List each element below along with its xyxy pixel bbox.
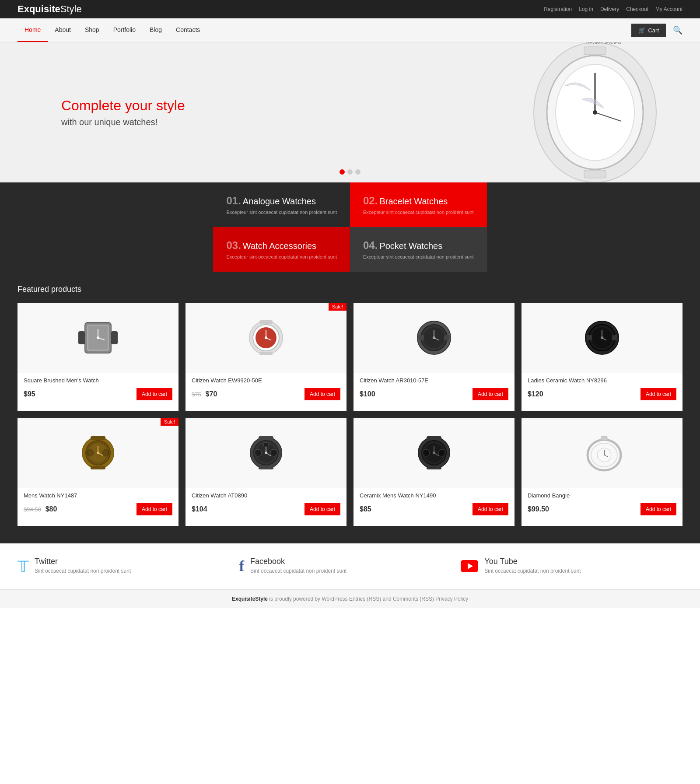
product-price-5: $80 xyxy=(46,505,57,513)
footer-link-entries[interactable]: Entries (RSS) xyxy=(349,596,381,602)
product-card-8: Diamond Bangle $99.50 Add to cart xyxy=(522,418,682,526)
add-to-cart-3[interactable]: Add to cart xyxy=(472,388,508,400)
social-bar: 𝕋 Twitter Sint occaecat cupidatat non pr… xyxy=(0,543,700,589)
svg-point-22 xyxy=(265,336,267,339)
product-image-6 xyxy=(186,418,346,488)
svg-point-49 xyxy=(87,449,94,456)
categories-grid: 01. Analogue Watches Excepteur sint occa… xyxy=(213,182,486,272)
top-link-login[interactable]: Log in xyxy=(579,6,593,12)
footer-text: ExquisiteStyle is proudly powered by Wor… xyxy=(232,596,468,602)
logo-bold: Exquisite xyxy=(18,4,60,14)
category-accessories[interactable]: 03. Watch Accessories Excepteur sint occ… xyxy=(213,227,350,272)
social-facebook: f Facebook Sint occaecat cupidatat non p… xyxy=(239,557,461,576)
cat-title-1: Analogue Watches xyxy=(243,196,316,206)
svg-rect-61 xyxy=(259,466,273,469)
add-to-cart-8[interactable]: Add to cart xyxy=(640,503,676,515)
svg-point-68 xyxy=(423,449,430,456)
cat-num-3: 03. xyxy=(226,239,241,252)
facebook-info: Facebook Sint occaecat cupidatat non pro… xyxy=(250,557,346,574)
add-to-cart-1[interactable]: Add to cart xyxy=(136,388,172,400)
svg-point-50 xyxy=(102,449,109,456)
cat-num-4: 04. xyxy=(363,239,378,252)
svg-rect-24 xyxy=(259,352,273,355)
top-link-delivery[interactable]: Delivery xyxy=(600,6,619,12)
svg-point-56 xyxy=(265,452,267,454)
nav-about[interactable]: About xyxy=(48,18,78,42)
nav-contacts[interactable]: Contacts xyxy=(169,18,207,42)
nav-home[interactable]: Home xyxy=(18,18,48,42)
add-to-cart-6[interactable]: Add to cart xyxy=(304,503,340,515)
product-price-row-3: $100 Add to cart xyxy=(354,386,514,404)
svg-rect-31 xyxy=(419,335,424,340)
search-icon[interactable]: 🔍 xyxy=(673,25,682,35)
svg-rect-8 xyxy=(584,170,606,178)
featured-title: Featured products xyxy=(18,285,682,294)
nav-shop[interactable]: Shop xyxy=(78,18,106,42)
facebook-icon: f xyxy=(239,558,244,574)
cat-desc-4: Excepteur sint occaecat cupidatat non pr… xyxy=(363,254,474,259)
twitter-desc: Sint occaecat cupidatat non proident sun… xyxy=(35,568,131,574)
product-price-row-7: $85 Add to cart xyxy=(354,501,514,519)
product-price-row-5: $94.50 $80 Add to cart xyxy=(18,501,178,519)
product-price-2: $70 xyxy=(206,390,217,398)
hero-dot-2[interactable] xyxy=(347,169,353,175)
youtube-icon xyxy=(461,558,478,576)
nav-portfolio[interactable]: Portfolio xyxy=(106,18,143,42)
svg-rect-32 xyxy=(444,335,449,340)
svg-text:GEORG JENSEN: GEORG JENSEN xyxy=(586,42,621,45)
footer: ExquisiteStyle is proudly powered by Wor… xyxy=(0,589,700,608)
cart-label: Cart xyxy=(648,27,659,34)
product-image-2 xyxy=(186,303,346,373)
product-image-4 xyxy=(522,303,682,373)
svg-point-30 xyxy=(433,336,435,339)
add-to-cart-4[interactable]: Add to cart xyxy=(640,388,676,400)
footer-link-privacy[interactable]: Privacy Policy xyxy=(435,596,468,602)
product-name-8: Diamond Bangle xyxy=(522,488,682,501)
nav-bar: Home About Shop Portfolio Blog Contacts … xyxy=(0,18,700,42)
cat-title-4: Pocket Watches xyxy=(379,241,442,251)
social-youtube: You Tube Sint occaecat cupidatat non pro… xyxy=(461,557,682,576)
svg-point-67 xyxy=(433,452,435,454)
add-to-cart-5[interactable]: Add to cart xyxy=(136,503,172,515)
product-price-3: $100 xyxy=(360,390,375,398)
cat-num-1: 01. xyxy=(226,195,241,207)
products-grid: Square Brushed Men's Watch $95 Add to ca… xyxy=(18,303,682,526)
footer-brand: ExquisiteStyle xyxy=(232,596,268,602)
hero-dot-3[interactable] xyxy=(355,169,360,175)
product-card-6: Citizen Watch AT0890 $104 Add to cart xyxy=(186,418,346,526)
youtube-title: You Tube xyxy=(484,557,581,566)
logo[interactable]: ExquisiteStyle xyxy=(18,4,82,15)
category-pocket[interactable]: 04. Pocket Watches Excepteur sint occaec… xyxy=(350,227,487,272)
add-to-cart-7[interactable]: Add to cart xyxy=(472,503,508,515)
svg-point-46 xyxy=(97,452,99,454)
twitter-icon: 𝕋 xyxy=(18,558,28,576)
product-card-2: Sale! Citizen Watch EW9920-50E $75 $70 xyxy=(186,303,346,411)
hero-dots xyxy=(340,169,360,175)
cart-button[interactable]: 🛒 Cart xyxy=(631,24,666,37)
footer-link-comments[interactable]: Comments (RSS) xyxy=(393,596,434,602)
svg-rect-16 xyxy=(111,331,118,344)
svg-rect-40 xyxy=(612,335,617,340)
add-to-cart-2[interactable]: Add to cart xyxy=(304,388,340,400)
product-name-2: Citizen Watch EW9920-50E xyxy=(186,373,346,386)
hero-dot-1[interactable] xyxy=(340,169,345,175)
product-price-row-4: $120 Add to cart xyxy=(522,386,682,404)
sale-badge-5: Sale! xyxy=(161,418,178,426)
nav-blog[interactable]: Blog xyxy=(143,18,169,42)
top-link-myaccount[interactable]: My Account xyxy=(655,6,682,12)
product-card-5: Sale! Mens Watch NY1487 xyxy=(18,418,178,526)
product-price-6: $104 xyxy=(192,505,207,513)
top-link-checkout[interactable]: Checkout xyxy=(626,6,648,12)
svg-rect-23 xyxy=(259,320,273,324)
youtube-info: You Tube Sint occaecat cupidatat non pro… xyxy=(484,557,581,574)
product-image-7 xyxy=(354,418,514,488)
category-bracelet[interactable]: 02. Bracelet Watches Excepteur sint occa… xyxy=(350,182,487,227)
product-price-1: $95 xyxy=(24,390,35,398)
twitter-title: Twitter xyxy=(35,557,131,566)
product-price-7: $85 xyxy=(360,505,371,513)
cart-icon: 🛒 xyxy=(638,27,645,34)
svg-point-5 xyxy=(593,110,597,115)
svg-point-57 xyxy=(255,449,262,456)
top-link-registration[interactable]: Registration xyxy=(544,6,572,12)
category-analogue[interactable]: 01. Analogue Watches Excepteur sint occa… xyxy=(213,182,350,227)
